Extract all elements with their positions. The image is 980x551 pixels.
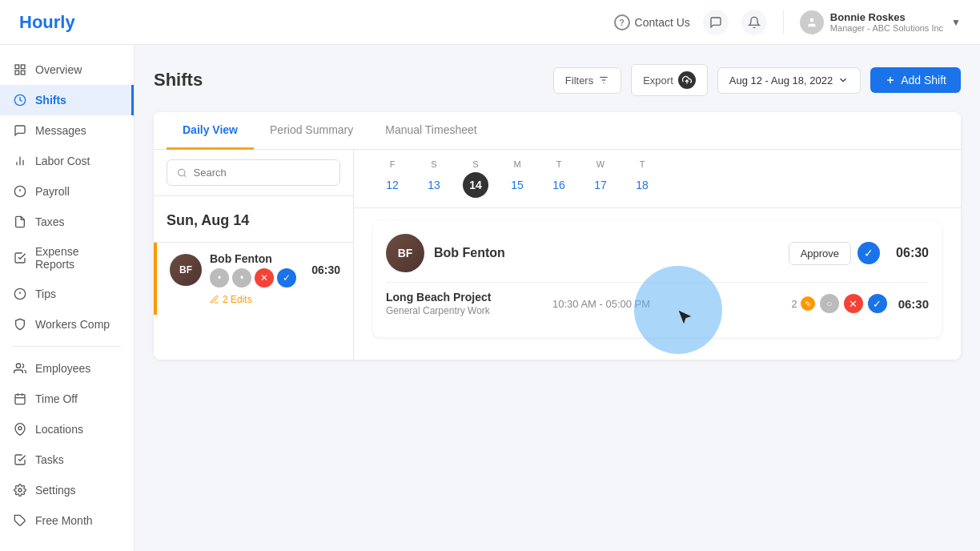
shift-project-info: Long Beach Project General Carpentry Wor… xyxy=(386,291,530,316)
sidebar-label-overview: Overview xyxy=(35,63,82,76)
main-content: Shifts Filters Export Aug 12 - Aug 18, 2… xyxy=(135,45,980,551)
status-icon-1: • xyxy=(210,268,229,288)
cal-letter-mon: M xyxy=(513,159,520,169)
add-shift-button[interactable]: Add Shift xyxy=(870,67,961,93)
svg-point-15 xyxy=(16,364,20,368)
sidebar-label-taxes: Taxes xyxy=(35,215,65,228)
settings-icon xyxy=(13,483,27,497)
shift-detail-actions: 2 ✎ ○ ✕ ✓ 06:30 xyxy=(791,294,929,313)
sidebar-label-free-month: Free Month xyxy=(35,514,93,527)
locations-icon xyxy=(13,422,27,436)
search-input[interactable] xyxy=(194,167,331,179)
labor-cost-icon xyxy=(13,154,27,168)
contact-us-label: Contact Us xyxy=(635,16,690,29)
notifications-icon-btn[interactable] xyxy=(741,10,767,35)
sidebar-label-tips: Tips xyxy=(35,288,56,300)
logo: Hourly xyxy=(19,12,75,33)
sidebar-item-payroll[interactable]: Payroll xyxy=(0,176,134,207)
employee-status-icons: • • ✕ ✓ xyxy=(210,268,303,288)
edits-badge-container: 2 Edits xyxy=(170,294,340,305)
sidebar-item-settings[interactable]: Settings xyxy=(0,475,134,505)
tab-daily-view-label: Daily View xyxy=(183,123,238,136)
messages-icon-btn[interactable] xyxy=(703,10,729,35)
approve-button[interactable]: Approve xyxy=(789,242,851,265)
sidebar-item-locations[interactable]: Locations xyxy=(0,414,134,444)
search-box[interactable] xyxy=(167,159,340,186)
sidebar-label-messages: Messages xyxy=(35,124,86,137)
calendar-day-sat[interactable]: S 13 xyxy=(421,159,447,198)
approve-blue-icon[interactable]: ✓ xyxy=(858,242,880,264)
sidebar-item-workers-comp[interactable]: Workers Comp xyxy=(0,309,134,340)
project-name: Long Beach Project xyxy=(386,291,530,304)
workers-comp-icon xyxy=(13,317,27,332)
calendar-day-wed[interactable]: W 17 xyxy=(588,159,613,198)
project-role: General Carpentry Work xyxy=(386,305,530,316)
shift-time-range: 10:30 AM - 05:00 PM xyxy=(552,298,650,310)
user-menu[interactable]: Bonnie Roskes Manager - ABC Solutions In… xyxy=(800,10,961,34)
free-month-icon xyxy=(13,513,27,528)
tasks-icon xyxy=(13,452,27,467)
tab-manual-timesheet-label: Manual Timesheet xyxy=(385,123,476,136)
user-avatar-icon xyxy=(800,10,824,34)
approve-label: Approve xyxy=(801,247,839,259)
date-range-button[interactable]: Aug 12 - Aug 18, 2022 xyxy=(717,67,861,94)
svg-rect-3 xyxy=(15,70,19,74)
detail-approve-icon[interactable]: ✓ xyxy=(868,294,887,313)
svg-point-20 xyxy=(18,427,22,430)
tips-icon xyxy=(13,287,27,301)
sidebar-item-tips[interactable]: Tips xyxy=(0,279,134,309)
calendar-day-fri[interactable]: F 12 xyxy=(380,159,405,198)
employee-list-item[interactable]: BF Bob Fenton • • ✕ ✓ xyxy=(154,243,353,315)
sidebar-item-time-off[interactable]: Time Off xyxy=(0,384,134,414)
detail-icon-1[interactable]: ○ xyxy=(820,294,839,313)
tab-period-summary[interactable]: Period Summary xyxy=(254,112,369,150)
add-shift-label: Add Shift xyxy=(901,74,946,86)
calendar-day-thu[interactable]: T 18 xyxy=(629,159,655,198)
shift-approve-area: Approve ✓ xyxy=(789,242,880,265)
svg-point-29 xyxy=(179,169,185,175)
user-info: Bonnie Roskes Manager - ABC Solutions In… xyxy=(830,11,943,33)
sidebar-label-payroll: Payroll xyxy=(35,185,70,198)
cal-letter-sun: S xyxy=(472,159,478,169)
search-container xyxy=(154,150,353,196)
cal-letter-sat: S xyxy=(431,159,436,169)
export-button[interactable]: Export xyxy=(631,64,708,96)
sidebar-item-expense-reports[interactable]: Expense Reports xyxy=(0,237,134,279)
cal-letter-fri: F xyxy=(390,159,396,169)
sidebar-label-time-off: Time Off xyxy=(35,392,78,405)
payroll-icon xyxy=(13,184,27,199)
employee-row-inner: BF Bob Fenton • • ✕ ✓ xyxy=(170,252,340,288)
sidebar-item-labor-cost[interactable]: Labor Cost xyxy=(0,146,134,176)
sidebar-item-shifts[interactable]: Shifts xyxy=(0,85,134,115)
calendar-day-sun[interactable]: S 14 xyxy=(463,159,488,198)
calendar-day-tue[interactable]: T 16 xyxy=(546,159,572,198)
svg-rect-4 xyxy=(21,70,25,74)
status-icon-reject: ✕ xyxy=(255,268,274,288)
tab-daily-view[interactable]: Daily View xyxy=(167,112,254,150)
svg-rect-16 xyxy=(15,395,25,404)
help-icon: ? xyxy=(614,14,630,30)
edit-count-icon: ✎ xyxy=(801,296,815,311)
shifts-panel: BF Bob Fenton Approve ✓ 06:30 xyxy=(354,208,961,360)
sidebar-item-employees[interactable]: Employees xyxy=(0,353,134,384)
filters-label: Filters xyxy=(565,74,593,86)
cal-letter-wed: W xyxy=(596,159,604,169)
sidebar-divider xyxy=(13,346,121,347)
tab-content: Sun, Aug 14 BF Bob Fenton • • xyxy=(154,150,961,360)
detail-reject-icon[interactable]: ✕ xyxy=(844,294,863,313)
page-header: Shifts Filters Export Aug 12 - Aug 18, 2… xyxy=(154,64,961,96)
cal-num-tue: 16 xyxy=(546,172,572,198)
tabs-header: Daily View Period Summary Manual Timeshe… xyxy=(154,112,961,150)
sidebar-item-taxes[interactable]: Taxes xyxy=(0,207,134,237)
time-off-icon xyxy=(13,392,27,406)
sidebar-item-tasks[interactable]: Tasks xyxy=(0,444,134,475)
filters-button[interactable]: Filters xyxy=(553,67,621,94)
sidebar-item-overview[interactable]: Overview xyxy=(0,54,134,85)
sidebar-item-free-month[interactable]: Free Month xyxy=(0,505,134,536)
contact-us-link[interactable]: ? Contact Us xyxy=(614,14,690,30)
tab-manual-timesheet[interactable]: Manual Timesheet xyxy=(369,112,492,150)
date-display-container: Sun, Aug 14 xyxy=(154,196,353,243)
calendar-day-mon[interactable]: M 15 xyxy=(504,159,530,198)
sidebar-item-messages[interactable]: Messages xyxy=(0,115,134,146)
shift-card: BF Bob Fenton Approve ✓ 06:30 xyxy=(373,221,942,337)
